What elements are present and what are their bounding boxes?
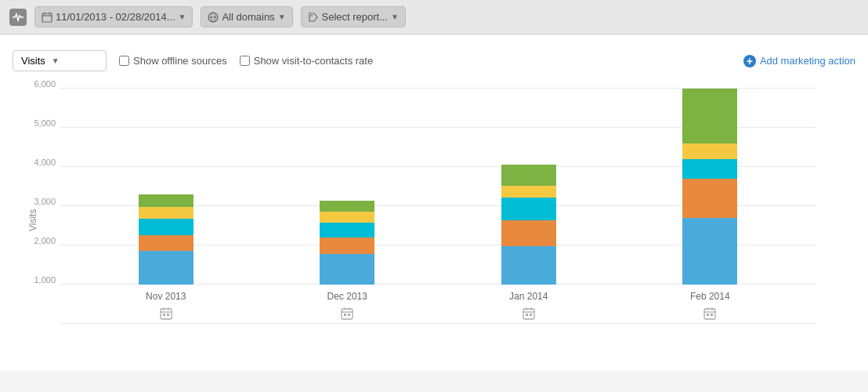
svg-rect-24	[526, 314, 528, 316]
bar-segment-organic[interactable]	[139, 251, 193, 285]
bar-calendar-icon[interactable]	[522, 307, 536, 324]
bar-calendar-icon[interactable]	[340, 307, 354, 324]
svg-rect-20	[523, 309, 534, 319]
bar-group: Dec 2013	[320, 201, 374, 324]
offline-sources-checkbox-label[interactable]: Show offline sources	[119, 55, 227, 67]
svg-rect-14	[342, 309, 353, 319]
svg-rect-12	[163, 314, 165, 316]
bar-segment-social[interactable]	[682, 143, 737, 159]
bar-x-label: Nov 2013	[146, 291, 186, 302]
y-tick-label: 1,000	[24, 275, 56, 285]
visit-contacts-checkbox[interactable]	[240, 56, 250, 66]
svg-rect-26	[704, 309, 715, 319]
bar-segment-direct[interactable]	[320, 238, 374, 254]
top-toolbar: 11/01/2013 - 02/28/2014... ▼ All domains…	[0, 0, 868, 34]
stacked-bar[interactable]	[320, 201, 374, 285]
stacked-bar[interactable]	[501, 165, 556, 285]
y-tick-label: 4,000	[24, 158, 56, 167]
offline-sources-label: Show offline sources	[133, 55, 227, 67]
svg-rect-25	[530, 314, 532, 316]
bar-segment-email[interactable]	[682, 89, 737, 143]
metric-arrow: ▼	[52, 56, 60, 65]
add-action-label: Add marketing action	[760, 55, 855, 67]
bar-segment-organic[interactable]	[501, 246, 556, 285]
bar-calendar-icon[interactable]	[703, 307, 717, 324]
metric-label: Visits	[21, 55, 45, 67]
svg-rect-18	[344, 314, 346, 316]
chart-area: Visits 6,0005,0004,0003,0002,0001,000 No…	[13, 81, 855, 371]
tag-icon	[308, 12, 319, 23]
metric-dropdown[interactable]: Visits ▼	[13, 50, 107, 71]
main-content: Visits ▼ Show offline sources Show visit…	[0, 34, 868, 371]
svg-rect-0	[42, 13, 52, 22]
report-arrow: ▼	[391, 13, 399, 21]
bar-segment-social[interactable]	[139, 207, 193, 219]
y-tick-label: 5,000	[24, 118, 56, 128]
svg-point-7	[311, 15, 313, 16]
calendar-icon	[42, 12, 52, 23]
y-tick-label: 2,000	[24, 236, 56, 245]
pulse-icon[interactable]	[9, 9, 27, 26]
domains-selector[interactable]: All domains ▼	[201, 6, 292, 27]
bar-segment-referral[interactable]	[501, 198, 556, 220]
bar-segment-referral[interactable]	[682, 159, 737, 179]
bar-segment-direct[interactable]	[682, 179, 737, 218]
bar-segment-direct[interactable]	[501, 220, 556, 246]
checkbox-group: Show offline sources Show visit-to-conta…	[119, 55, 731, 67]
stacked-bar[interactable]	[139, 194, 193, 285]
plus-icon: +	[743, 55, 756, 67]
controls-row: Visits ▼ Show offline sources Show visit…	[13, 44, 855, 81]
svg-rect-31	[711, 314, 713, 316]
globe-icon	[208, 12, 219, 23]
bar-segment-email[interactable]	[139, 194, 193, 207]
svg-rect-30	[707, 314, 709, 316]
bar-segment-social[interactable]	[320, 212, 374, 223]
bar-segment-organic[interactable]	[320, 254, 374, 285]
svg-rect-8	[161, 309, 172, 319]
bar-segment-social[interactable]	[501, 186, 556, 198]
add-marketing-action-button[interactable]: + Add marketing action	[743, 55, 855, 67]
date-range-label: 11/01/2013 - 02/28/2014...	[56, 11, 175, 23]
bars-container: Nov 2013 Dec 2013 Jan 2014 Feb 2014	[60, 89, 816, 324]
report-label: Select report...	[322, 11, 389, 23]
bar-group: Feb 2014	[682, 89, 737, 324]
domains-label: All domains	[222, 11, 274, 23]
bar-group: Jan 2014	[501, 165, 556, 324]
bar-segment-organic[interactable]	[682, 218, 737, 285]
bar-x-label: Dec 2013	[327, 291, 367, 302]
bar-x-label: Feb 2014	[690, 291, 730, 302]
bar-x-label: Jan 2014	[509, 291, 548, 302]
svg-rect-13	[167, 314, 169, 316]
y-axis-label: Visits	[27, 209, 38, 231]
bar-calendar-icon[interactable]	[159, 307, 173, 324]
bar-segment-direct[interactable]	[139, 235, 193, 251]
svg-rect-19	[348, 314, 350, 316]
visit-contacts-label: Show visit-to-contacts rate	[254, 55, 373, 67]
bar-segment-referral[interactable]	[320, 223, 374, 238]
date-range-arrow: ▼	[179, 13, 186, 21]
bar-segment-email[interactable]	[501, 165, 556, 186]
bar-segment-email[interactable]	[320, 201, 374, 212]
visit-contacts-checkbox-label[interactable]: Show visit-to-contacts rate	[240, 55, 373, 67]
bar-segment-referral[interactable]	[139, 219, 193, 235]
domains-arrow: ▼	[278, 13, 286, 21]
date-range-picker[interactable]: 11/01/2013 - 02/28/2014... ▼	[34, 6, 193, 27]
stacked-bar[interactable]	[682, 89, 737, 285]
offline-sources-checkbox[interactable]	[119, 56, 129, 66]
chart-inner: 6,0005,0004,0003,0002,0001,000 Nov 2013 …	[60, 89, 816, 324]
y-tick-label: 6,000	[24, 79, 56, 89]
bar-group: Nov 2013	[139, 194, 193, 324]
y-tick-label: 3,000	[24, 197, 56, 206]
report-selector[interactable]: Select report... ▼	[301, 6, 406, 27]
